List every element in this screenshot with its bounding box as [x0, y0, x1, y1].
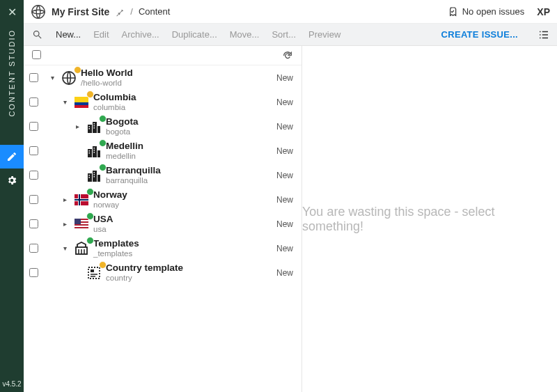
city-icon	[82, 141, 106, 161]
edit-nav-icon[interactable]	[0, 145, 24, 168]
row-checkbox[interactable]	[29, 195, 38, 204]
refresh-icon[interactable]	[282, 50, 293, 61]
flag-usa-icon	[70, 214, 93, 234]
item-path: barranquilla	[106, 176, 161, 185]
status-badge: New	[265, 97, 293, 107]
tree-row[interactable]: ▸USAusaNew	[24, 212, 301, 236]
status-badge: New	[265, 268, 293, 278]
collapse-toggle[interactable]: ▾	[47, 74, 57, 81]
row-checkbox[interactable]	[29, 73, 38, 82]
item-name: Country template	[106, 262, 183, 274]
status-badge: New	[265, 244, 293, 253]
toolbar: New... Edit Archive... Duplicate... Move…	[24, 24, 557, 46]
page-template-icon	[82, 263, 106, 283]
sort-button[interactable]: Sort...	[272, 29, 296, 40]
row-checkbox[interactable]	[29, 268, 38, 277]
status-badge: New	[265, 122, 293, 132]
pin-icon[interactable]	[115, 7, 125, 17]
city-icon	[82, 117, 106, 136]
row-checkbox[interactable]	[29, 122, 38, 131]
header: My First Site / Content No open issues X…	[24, 0, 557, 24]
item-path: _templates	[93, 249, 139, 258]
item-name: USA	[93, 214, 113, 225]
tree-row[interactable]: ▾Templates_templatesNew	[24, 236, 301, 260]
edit-button[interactable]: Edit	[93, 29, 109, 40]
brand-button[interactable]: XP	[537, 6, 550, 17]
row-checkbox[interactable]	[29, 244, 38, 253]
item-path: usa	[93, 225, 113, 234]
tree-row[interactable]: ▸BogotabogotaNew	[24, 114, 301, 139]
item-path: medellin	[106, 152, 143, 161]
tree-row[interactable]: BarranquillabarranquillaNew	[24, 163, 301, 187]
svg-line-1	[38, 36, 41, 38]
globe-icon	[57, 68, 81, 88]
preview-button[interactable]: Preview	[308, 29, 340, 40]
tree-row[interactable]: MedellinmedellinNew	[24, 139, 301, 163]
item-name: Columbia	[93, 92, 136, 103]
duplicate-button[interactable]: Duplicate...	[172, 29, 217, 40]
create-issue-button[interactable]: CREATE ISSUE...	[441, 29, 518, 40]
move-button[interactable]: Move...	[230, 29, 260, 40]
item-path: country	[106, 274, 183, 283]
content-tree: ▾Hello World/hello-worldNew▾Columbiacolu…	[24, 65, 301, 392]
breadcrumb-separator: /	[130, 6, 133, 17]
item-path: norway	[93, 201, 127, 210]
item-path: bogota	[106, 127, 139, 136]
tree-row[interactable]: Country templatecountryNew	[24, 260, 301, 285]
status-badge: New	[265, 73, 293, 83]
collapse-toggle[interactable]: ▾	[60, 244, 70, 252]
app-sidebar: ✕ CONTENT STUDIO v4.5.2	[0, 0, 24, 392]
tree-row[interactable]: ▸NorwaynorwayNew	[24, 187, 301, 212]
item-name: Medellin	[106, 141, 143, 152]
flag-colombia-icon	[70, 93, 93, 112]
site-name: My First Site	[52, 6, 109, 17]
city-icon	[82, 166, 106, 185]
close-icon[interactable]: ✕	[0, 0, 24, 24]
row-checkbox[interactable]	[29, 97, 38, 107]
content-tree-panel: ▾Hello World/hello-worldNew▾Columbiacolu…	[24, 46, 302, 392]
app-label: CONTENT STUDIO	[8, 29, 16, 117]
flag-norway-icon	[70, 190, 93, 210]
breadcrumb[interactable]: Content	[139, 6, 171, 17]
item-name: Barranquilla	[106, 165, 161, 176]
status-badge: New	[265, 195, 293, 205]
item-path: /hello-world	[81, 79, 133, 88]
new-button[interactable]: New...	[56, 29, 81, 40]
issues-label: No open issues	[462, 6, 525, 17]
search-icon[interactable]	[31, 29, 43, 41]
item-name: Templates	[93, 238, 139, 249]
svg-point-0	[33, 31, 39, 37]
templates-icon	[70, 239, 93, 258]
status-badge: New	[265, 171, 293, 180]
issues-button[interactable]: No open issues	[447, 6, 525, 17]
status-badge: New	[265, 146, 293, 156]
expand-toggle[interactable]: ▸	[72, 123, 82, 130]
settings-nav-icon[interactable]	[0, 168, 24, 192]
archive-button[interactable]: Archive...	[122, 29, 159, 40]
item-path: columbia	[93, 103, 136, 112]
tree-row[interactable]: ▾Hello World/hello-worldNew	[24, 65, 301, 90]
item-name: Hello World	[81, 68, 133, 79]
row-checkbox[interactable]	[29, 171, 38, 180]
status-badge: New	[265, 219, 293, 229]
site-icon	[31, 4, 46, 19]
tree-row[interactable]: ▾ColumbiacolumbiaNew	[24, 90, 301, 114]
select-all-checkbox[interactable]	[32, 50, 41, 59]
list-view-icon[interactable]	[538, 29, 550, 41]
item-name: Norway	[93, 189, 127, 201]
version-label: v4.5.2	[2, 380, 21, 388]
collapse-toggle[interactable]: ▾	[60, 98, 70, 106]
expand-toggle[interactable]: ▸	[60, 196, 70, 203]
item-name: Bogota	[106, 116, 139, 127]
expand-toggle[interactable]: ▸	[60, 220, 70, 228]
preview-empty-msg: You are wasting this space - select some…	[302, 205, 557, 234]
preview-panel: You are wasting this space - select some…	[302, 46, 557, 392]
row-checkbox[interactable]	[29, 146, 38, 155]
row-checkbox[interactable]	[29, 219, 38, 228]
